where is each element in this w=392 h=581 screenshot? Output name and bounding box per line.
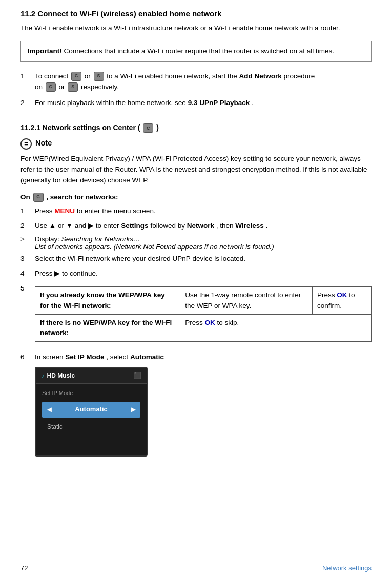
- step-1: 1 To connect C or S to a Wi-Fi enabled h…: [20, 71, 372, 93]
- display-row: Display: Searching for Networks… List of…: [35, 235, 274, 251]
- substep-1-num: 1: [20, 206, 35, 217]
- step1-text: to a Wi-Fi enabled home network, start t…: [107, 72, 239, 80]
- substep-1-content: Press MENU to enter the menu screen.: [35, 206, 372, 217]
- screen-header-left: ♪ HD Music: [41, 370, 75, 381]
- step1-text3: respectively.: [81, 83, 119, 91]
- table-cell-2-2: Press OK to skip.: [180, 314, 372, 342]
- step1-on: on: [35, 83, 45, 91]
- footer-page-num: 72: [20, 564, 28, 572]
- substep-3-num: 3: [20, 254, 35, 264]
- step-1-num: 1: [20, 71, 35, 93]
- step-2-content: For music playback within the home netwo…: [35, 98, 372, 109]
- step-2-num: 2: [20, 98, 35, 109]
- substep-3: 3 Select the Wi-Fi network where your de…: [20, 254, 372, 264]
- device-icon-c: C: [71, 72, 81, 81]
- on-device-icon: C: [33, 193, 44, 202]
- step1-text2: procedure: [284, 72, 315, 80]
- step1-or2: or: [59, 83, 67, 91]
- selected-item-text: Automatic: [75, 404, 108, 414]
- subsection-title: 11.2.1 Network settings on Center ( C ): [20, 123, 372, 133]
- screen-selected-row: ◀ Automatic ▶: [42, 402, 140, 417]
- important-label: Important!: [28, 47, 62, 55]
- nav-arrow-right: ▶: [54, 269, 62, 277]
- step1-or1: or: [85, 72, 93, 80]
- table-row-2: If there is no WEP/WPA key for the Wi-Fi…: [35, 314, 372, 342]
- substep-5-num: 5: [20, 283, 35, 348]
- table-cell-2-1: If there is no WEP/WPA key for the Wi-Fi…: [35, 314, 180, 342]
- substep-4: 4 Press ▶ to continue.: [20, 268, 372, 279]
- substep-2: 2 Use ▲ or ▼ and ▶ to enter Settings fol…: [20, 221, 372, 232]
- note-text: For WEP(Wired Equivalent Privacy) / WPA …: [20, 154, 372, 186]
- substep-5-content: If you already know the WEP/WPA key for …: [35, 283, 372, 348]
- page-footer: 72 Network settings: [20, 561, 372, 572]
- step2-bold: 9.3 UPnP Playback: [188, 99, 250, 107]
- substep-5: 5 If you already know the WEP/WPA key fo…: [20, 283, 372, 348]
- table-cell-1-3: Press OK to confirm.: [312, 287, 371, 315]
- menu-text: MENU: [54, 207, 75, 215]
- screen-body: Set IP Mode ◀ Automatic ▶ Static: [36, 384, 147, 439]
- substep-2-num: 2: [20, 221, 35, 232]
- substep-2-content: Use ▲ or ▼ and ▶ to enter Settings follo…: [35, 221, 372, 232]
- chevron-left-icon: ◀: [47, 405, 51, 414]
- step-1-content: To connect C or S to a Wi-Fi enabled hom…: [35, 71, 372, 93]
- screen-mockup: ♪ HD Music ⬛ Set IP Mode ◀ Automatic ▶ S…: [35, 367, 148, 457]
- substep-4-content: Press ▶ to continue.: [35, 268, 372, 279]
- substep-6-num: 6: [20, 352, 35, 457]
- screen-normal-row: Static: [42, 420, 140, 434]
- substep-6-content: In screen Set IP Mode , select Automatic…: [35, 352, 372, 457]
- step1-prefix: To connect: [35, 72, 68, 80]
- footer-section: Network settings: [322, 564, 372, 572]
- table-row-1: If you already know the WEP/WPA key for …: [35, 287, 372, 315]
- table-cell-1-1: If you already know the WEP/WPA key for …: [35, 287, 180, 315]
- step1-bold: Add Network: [239, 72, 281, 80]
- screen-label: Set IP Mode: [42, 389, 140, 398]
- wep-table: If you already know the WEP/WPA key for …: [35, 286, 372, 342]
- device-icon-s: S: [94, 72, 104, 81]
- substep-6: 6 In screen Set IP Mode , select Automat…: [20, 352, 372, 457]
- music-icon: ♪: [41, 370, 45, 381]
- screen-header-right: ⬛: [134, 371, 141, 381]
- display-italic: Searching for Networks…: [61, 235, 140, 243]
- table-cell-1-2: Use the 1-way remote control to enter th…: [180, 287, 313, 315]
- section-title: 11.2 Connect to Wi-Fi (wireless) enabled…: [20, 9, 372, 18]
- ok-text-2: OK: [205, 319, 215, 326]
- list-italic: List of networks appears. (Network Not F…: [35, 243, 274, 251]
- note-label: Note: [35, 138, 52, 148]
- arrow-char: >: [20, 235, 35, 251]
- divider-1: [20, 118, 372, 118]
- on-label: On C , search for networks:: [20, 192, 372, 203]
- important-box: Important! Connections that include a Wi…: [20, 41, 372, 62]
- step2-suffix: .: [252, 99, 254, 107]
- step2-text: For music playback within the home netwo…: [35, 99, 186, 107]
- screen-header: ♪ HD Music ⬛: [36, 368, 147, 384]
- ok-text-1: OK: [337, 291, 347, 299]
- nav-arrows: ▲ or ▼ and ▶: [49, 222, 96, 230]
- subsection-device-icon: C: [143, 123, 153, 133]
- important-text: Connections that include a Wi-Fi router …: [64, 47, 335, 55]
- chevron-right-icon: ▶: [131, 405, 135, 414]
- device-icon-c2: C: [46, 82, 56, 92]
- screen-title: HD Music: [47, 371, 75, 381]
- display-label: Display:: [35, 235, 59, 243]
- step-2: 2 For music playback within the home net…: [20, 98, 372, 109]
- device-icon-s2: S: [68, 82, 78, 92]
- note-block: = Note: [20, 138, 372, 150]
- intro-text: The Wi-Fi enable network is a Wi-Fi infr…: [20, 23, 372, 34]
- substep-4-num: 4: [20, 268, 35, 279]
- note-icon: =: [20, 138, 32, 150]
- arrow-row: > Display: Searching for Networks… List …: [20, 235, 372, 251]
- substep-3-content: Select the Wi-Fi network where your desi…: [35, 254, 372, 264]
- substep-1: 1 Press MENU to enter the menu screen.: [20, 206, 372, 217]
